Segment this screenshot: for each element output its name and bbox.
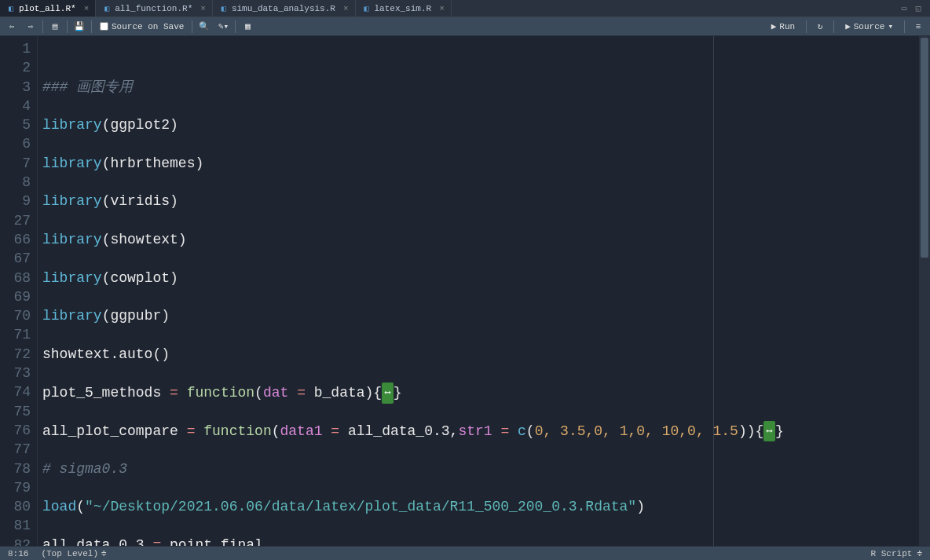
- tabs-bar: ◧ plot_all.R* × ◧ all_function.R* × ◧ si…: [0, 0, 930, 17]
- close-icon[interactable]: ×: [84, 4, 90, 13]
- tab-latex-sim[interactable]: ◧ latex_sim.R ×: [356, 0, 452, 16]
- margin-line: [713, 36, 714, 546]
- code-area[interactable]: ### 画图专用 library(ggplot2) library(hrbrth…: [38, 36, 919, 546]
- back-button[interactable]: ⇦: [5, 20, 19, 34]
- cursor-position: 8:16: [8, 549, 28, 558]
- wand-button[interactable]: ✎▾: [216, 20, 230, 34]
- line-gutter: 1 2 3 4 5 6 7 8 9 27 66 67 68 69 70 71 7…: [0, 36, 38, 546]
- chevron-down-icon: ▾: [888, 21, 893, 31]
- save-button[interactable]: 💾: [72, 20, 86, 34]
- window-controls: ▭ ◱: [899, 3, 930, 14]
- source-on-save[interactable]: Source on Save: [97, 22, 187, 31]
- scrollbar-thumb[interactable]: [921, 38, 928, 258]
- outline-button[interactable]: ≡: [911, 20, 925, 34]
- show-in-new-window-button[interactable]: ▤: [48, 20, 62, 34]
- run-icon: ▶: [771, 21, 777, 31]
- tab-label: plot_all.R*: [19, 4, 76, 13]
- tab-label: simu_data_analysis.R: [232, 4, 335, 13]
- close-icon[interactable]: ×: [200, 4, 206, 13]
- rerun-button[interactable]: ↻: [813, 20, 827, 34]
- tab-label: latex_sim.R: [375, 4, 432, 13]
- file-icon: ◧: [219, 4, 229, 13]
- source-icon: ▶: [845, 21, 851, 31]
- tab-all-function[interactable]: ◧ all_function.R* ×: [96, 0, 213, 16]
- file-icon: ◧: [6, 4, 16, 13]
- file-icon: ◧: [362, 4, 372, 13]
- tab-simu-data[interactable]: ◧ simu_data_analysis.R ×: [213, 0, 356, 16]
- code-comment: ### 画图专用: [42, 79, 133, 95]
- editor-toolbar: ⇦ ⇨ ▤ 💾 Source on Save 🔍 ✎▾ ▦ ▶ Run ↻ ▶ …: [0, 17, 930, 36]
- find-button[interactable]: 🔍: [197, 20, 211, 34]
- source-on-save-label: Source on Save: [112, 22, 184, 31]
- run-button[interactable]: ▶ Run: [767, 20, 800, 33]
- language-mode[interactable]: R Script: [871, 549, 913, 558]
- run-label: Run: [779, 22, 795, 31]
- chevron-icon: ≑: [101, 548, 107, 558]
- fold-badge[interactable]: ⟷: [763, 421, 775, 441]
- forward-button[interactable]: ⇨: [24, 20, 38, 34]
- tab-label: all_function.R*: [115, 4, 192, 13]
- close-icon[interactable]: ×: [439, 4, 445, 13]
- editor: 1 2 3 4 5 6 7 8 9 27 66 67 68 69 70 71 7…: [0, 36, 930, 546]
- chevron-icon: ≑: [917, 548, 922, 558]
- statusbar: 8:16 (Top Level) ≑ R Script ≑: [0, 546, 930, 560]
- source-button[interactable]: ▶ Source ▾: [840, 20, 898, 33]
- maximize-icon[interactable]: ◱: [913, 3, 924, 14]
- fold-badge[interactable]: ⟷: [382, 382, 394, 403]
- source-on-save-checkbox[interactable]: [100, 22, 108, 31]
- tab-plot-all[interactable]: ◧ plot_all.R* ×: [0, 0, 96, 16]
- minimize-icon[interactable]: ▭: [899, 3, 910, 14]
- notebook-button[interactable]: ▦: [240, 20, 254, 34]
- close-icon[interactable]: ×: [343, 4, 349, 13]
- scope-indicator[interactable]: (Top Level): [41, 549, 98, 558]
- scrollbar[interactable]: [919, 36, 930, 546]
- file-icon: ◧: [102, 4, 112, 13]
- source-label: Source: [854, 22, 885, 31]
